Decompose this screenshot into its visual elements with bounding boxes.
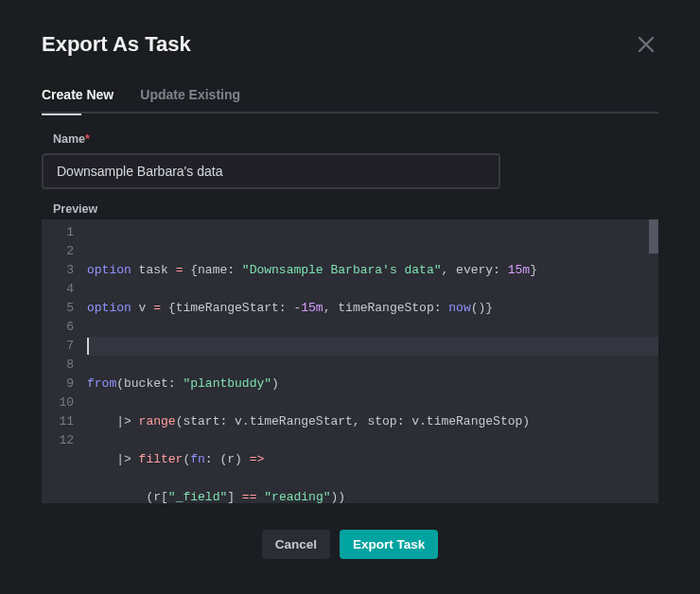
line-number: 5 bbox=[47, 299, 74, 318]
modal-header: Export As Task bbox=[42, 32, 658, 57]
line-number: 11 bbox=[47, 412, 74, 431]
mini-map[interactable] bbox=[649, 219, 658, 253]
tok: "reading" bbox=[264, 490, 330, 503]
tok: 15m bbox=[508, 263, 530, 277]
tok: now bbox=[448, 301, 470, 315]
line-number: 1 bbox=[47, 223, 74, 242]
line-number: 9 bbox=[47, 375, 74, 393]
close-button[interactable] bbox=[634, 32, 658, 57]
name-label: Name* bbox=[53, 132, 658, 146]
tok: fn bbox=[190, 452, 205, 466]
cancel-button[interactable]: Cancel bbox=[262, 530, 330, 559]
tabs: Create New Update Existing bbox=[42, 87, 658, 114]
tab-update-existing[interactable]: Update Existing bbox=[140, 87, 240, 114]
line-number: 8 bbox=[47, 356, 74, 375]
line-number: 6 bbox=[47, 318, 74, 337]
text-cursor bbox=[87, 338, 89, 355]
tok: range bbox=[139, 414, 176, 428]
code-content: option task = {name: "Downsample Barbara… bbox=[83, 219, 658, 503]
modal-footer: Cancel Export Task bbox=[42, 530, 658, 559]
tok: from bbox=[87, 376, 116, 391]
line-number: 2 bbox=[47, 242, 74, 261]
export-as-task-modal: Export As Task Create New Update Existin… bbox=[0, 0, 700, 594]
code-preview-editor[interactable]: 1 2 3 4 5 6 7 8 9 10 11 12 option task =… bbox=[42, 219, 658, 503]
export-task-button[interactable]: Export Task bbox=[340, 530, 438, 559]
preview-label: Preview bbox=[53, 202, 658, 216]
tok: 15m bbox=[301, 301, 323, 315]
tok: "_field" bbox=[168, 490, 227, 503]
task-name-input[interactable] bbox=[42, 153, 500, 189]
line-number: 7 bbox=[47, 337, 74, 356]
close-icon bbox=[638, 36, 655, 53]
tok: option bbox=[87, 301, 131, 315]
line-number: 12 bbox=[47, 431, 74, 450]
form-area: Name* Preview 1 2 3 4 5 6 7 8 9 10 11 12… bbox=[42, 132, 658, 503]
line-gutter: 1 2 3 4 5 6 7 8 9 10 11 12 bbox=[42, 219, 83, 503]
required-mark: * bbox=[85, 132, 90, 146]
line-number: 10 bbox=[47, 393, 74, 412]
tab-create-new[interactable]: Create New bbox=[42, 87, 114, 114]
line-number: 4 bbox=[47, 280, 74, 299]
tok: "plantbuddy" bbox=[183, 376, 271, 391]
tok: filter bbox=[139, 452, 184, 466]
modal-title: Export As Task bbox=[42, 32, 191, 57]
name-label-text: Name bbox=[53, 132, 85, 146]
tok: option bbox=[87, 263, 131, 277]
tok: "Downsample Barbara's data" bbox=[242, 263, 442, 277]
line-number: 3 bbox=[47, 261, 74, 280]
